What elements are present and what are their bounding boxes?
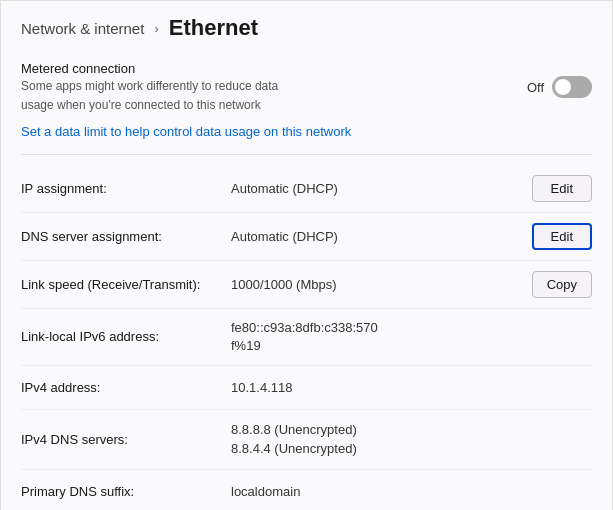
dns-assignment-edit-button[interactable]: Edit (532, 223, 592, 250)
ipv6-value: fe80::c93a:8dfb:c338:570 f%19 (231, 319, 592, 355)
setting-row-dns-suffix: Primary DNS suffix: localdomain (21, 470, 592, 510)
page-header: Network & internet › Ethernet (1, 1, 612, 51)
settings-section: IP assignment: Automatic (DHCP) Edit DNS… (21, 165, 592, 510)
ipv4-dns-value-line1: 8.8.8.8 (Unencrypted) (231, 422, 357, 437)
metered-right: Off (527, 76, 592, 98)
metered-desc-line2: usage when you're connected to this netw… (21, 97, 278, 114)
dns-assignment-label: DNS server assignment: (21, 229, 231, 244)
page-content: Metered connection Some apps might work … (1, 51, 612, 510)
metered-title: Metered connection (21, 61, 278, 76)
ip-assignment-label: IP assignment: (21, 181, 231, 196)
setting-row-ipv6: Link-local IPv6 address: fe80::c93a:8dfb… (21, 309, 592, 366)
ipv6-label: Link-local IPv6 address: (21, 329, 231, 344)
settings-page: Network & internet › Ethernet Metered co… (0, 0, 613, 510)
metered-left: Metered connection Some apps might work … (21, 61, 278, 114)
metered-row: Metered connection Some apps might work … (21, 61, 592, 114)
metered-connection-section: Metered connection Some apps might work … (21, 51, 592, 155)
link-speed-action: Copy (532, 271, 592, 298)
link-speed-label: Link speed (Receive/Transmit): (21, 277, 231, 292)
link-speed-value: 1000/1000 (Mbps) (231, 277, 520, 292)
page-title: Ethernet (169, 15, 258, 41)
dns-assignment-value: Automatic (DHCP) (231, 229, 520, 244)
setting-row-ipv4-dns: IPv4 DNS servers: 8.8.8.8 (Unencrypted) … (21, 410, 592, 470)
ipv6-value-line2: f%19 (231, 338, 261, 353)
setting-row-link-speed: Link speed (Receive/Transmit): 1000/1000… (21, 261, 592, 309)
ipv6-value-line1: fe80::c93a:8dfb:c338:570 (231, 320, 378, 335)
toggle-thumb (555, 79, 571, 95)
dns-assignment-action: Edit (532, 223, 592, 250)
data-limit-link[interactable]: Set a data limit to help control data us… (21, 124, 351, 139)
breadcrumb[interactable]: Network & internet (21, 20, 144, 37)
ipv4-value: 10.1.4.118 (231, 380, 592, 395)
ipv4-dns-value: 8.8.8.8 (Unencrypted) 8.8.4.4 (Unencrypt… (231, 420, 592, 459)
ipv4-dns-label: IPv4 DNS servers: (21, 432, 231, 447)
dns-suffix-label: Primary DNS suffix: (21, 484, 231, 499)
toggle-label: Off (527, 80, 544, 95)
ip-assignment-edit-button[interactable]: Edit (532, 175, 592, 202)
setting-row-ip-assignment: IP assignment: Automatic (DHCP) Edit (21, 165, 592, 213)
breadcrumb-chevron: › (154, 21, 158, 36)
dns-suffix-value: localdomain (231, 484, 592, 499)
setting-row-ipv4: IPv4 address: 10.1.4.118 (21, 366, 592, 410)
metered-toggle[interactable] (552, 76, 592, 98)
setting-row-dns-assignment: DNS server assignment: Automatic (DHCP) … (21, 213, 592, 261)
link-speed-copy-button[interactable]: Copy (532, 271, 592, 298)
ipv4-dns-value-line2: 8.8.4.4 (Unencrypted) (231, 441, 357, 456)
ip-assignment-action: Edit (532, 175, 592, 202)
ipv4-label: IPv4 address: (21, 380, 231, 395)
metered-desc-line1: Some apps might work differently to redu… (21, 78, 278, 95)
ip-assignment-value: Automatic (DHCP) (231, 181, 520, 196)
